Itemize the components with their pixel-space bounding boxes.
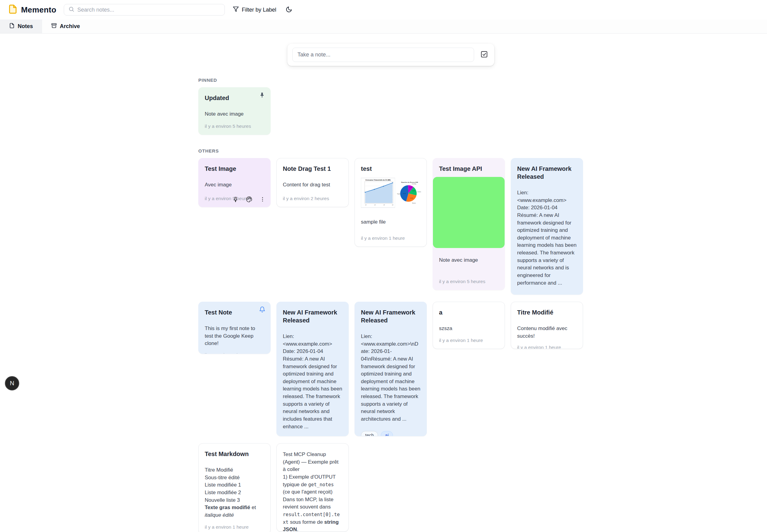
note-title: Test Image	[205, 165, 264, 173]
filter-label: Filter by Label	[242, 7, 276, 13]
note-image-green[interactable]	[433, 177, 505, 248]
note-card-titre-modifie[interactable]: Titre Modifié Contenu modifié avec succè…	[511, 302, 583, 349]
note-card-a[interactable]: a szsza il y a environ 1 heure	[433, 302, 505, 349]
x-tick: Q2	[374, 204, 376, 206]
archive-icon	[51, 23, 57, 30]
note-timestamp: il y a environ 5 heures	[205, 119, 264, 129]
note-timestamp: il y a environ 1 heure	[205, 519, 264, 530]
pin-icon[interactable]	[232, 196, 239, 203]
tab-notes-label: Notes	[18, 23, 33, 30]
note-card-new-ai-framework-3[interactable]: New AI Framework Released Lien: <www.exa…	[355, 302, 427, 436]
dev-overlay-button[interactable]: N	[5, 376, 19, 390]
search-icon	[68, 6, 74, 13]
section-label-others: OTHERS	[198, 148, 583, 153]
document-logo-icon	[8, 4, 18, 15]
note-timestamp: il y a environ 5 heures	[433, 279, 505, 290]
note-composer	[287, 44, 494, 66]
app-logo: Memento	[8, 4, 56, 15]
line-chart-title: Croissance Trimestrielle du CA (M€)	[365, 179, 391, 181]
x-tick: Q1	[365, 204, 367, 206]
note-title: New AI Framework Released	[517, 165, 577, 181]
search-box[interactable]	[64, 4, 225, 16]
note-body: Contenu modifié avec succès!	[517, 325, 577, 340]
note-card-new-ai-framework-1[interactable]: New AI Framework Released Lien: <www.exa…	[511, 158, 583, 295]
note-card-new-ai-framework-2[interactable]: New AI Framework Released Lien: <www.exa…	[276, 302, 349, 436]
x-tick: Q3	[383, 204, 385, 206]
note-body: Note avec image	[439, 257, 499, 264]
note-timestamp: il y a environ 6 heures	[205, 347, 264, 354]
tab-notes[interactable]: Notes	[0, 20, 42, 33]
note-body: Note avec image	[205, 110, 264, 118]
note-body: Test MCP Cleanup (Agent) — Exemple prêt …	[283, 451, 342, 532]
note-timestamp: il y a environ 1 heure	[517, 340, 577, 349]
note-title: a	[439, 308, 499, 316]
note-title: Note Drag Test 1	[283, 165, 342, 173]
note-hover-actions	[232, 196, 265, 203]
note-body: Titre Modifié Sous-titre édité Liste mod…	[205, 466, 264, 519]
tab-archive[interactable]: Archive	[42, 20, 89, 33]
note-image-attachments: Croissance Trimestrielle du CA (M€) Q1	[361, 177, 420, 210]
others-grid: Test Image Avec image il y a environ 5 h…	[198, 158, 583, 532]
fab-label: N	[10, 380, 14, 387]
take-a-note-input[interactable]	[292, 48, 474, 62]
note-title: Test Markdown	[205, 450, 264, 458]
pie-label: Services	[412, 203, 416, 204]
palette-icon[interactable]	[246, 196, 252, 203]
notes-board: PINNED Updated Note avec image il y a en…	[198, 44, 583, 532]
pie-pct: 18.0%	[412, 190, 415, 192]
pie-label: Consulting	[412, 183, 416, 185]
tag-ai[interactable]: ai	[381, 431, 393, 436]
note-title: test	[361, 165, 420, 173]
app-header: Memento Filter by Label	[0, 0, 767, 20]
note-tags: tech ai framework mlops gpu	[361, 431, 420, 436]
tab-archive-label: Archive	[60, 23, 80, 30]
pie-label: Licences	[417, 191, 421, 192]
more-menu-icon[interactable]	[260, 196, 265, 202]
note-body: sample file	[361, 218, 420, 226]
tag-tech[interactable]: tech	[361, 431, 378, 436]
x-tick: Q4	[392, 204, 394, 206]
view-tabs: Notes Archive	[0, 20, 767, 34]
file-icon	[9, 23, 15, 30]
note-card-note-drag-test[interactable]: Note Drag Test 1 Content for drag test i…	[276, 158, 349, 207]
funnel-icon	[233, 6, 239, 14]
new-checklist-button[interactable]	[480, 50, 488, 59]
note-card-test-mcp-cleanup[interactable]: Test MCP Cleanup (Agent) — Exemple prêt …	[276, 443, 349, 532]
pie-chart-thumbnail[interactable]: Répartition des Revenus 2024 Consulting …	[397, 177, 423, 210]
pinned-grid: Updated Note avec image il y a environ 5…	[198, 87, 583, 135]
note-card-test[interactable]: test Croissance Trimestrielle du CA (M€)	[355, 158, 427, 247]
note-card-test-markdown[interactable]: Test Markdown Titre Modifié Sous-titre é…	[198, 443, 271, 532]
note-body: This is my first note to test the Google…	[205, 325, 264, 347]
note-body: Lien: <www.example.com> Date: 2026-01-04…	[517, 189, 577, 287]
note-body: Lien: <www.example.com>\nDate: 2026-01-0…	[361, 333, 420, 423]
moon-icon	[286, 6, 292, 14]
note-card-test-image-api[interactable]: Test Image API Note avec image il y a en…	[433, 158, 505, 290]
note-body: szsza	[439, 325, 499, 333]
line-chart-thumbnail[interactable]: Croissance Trimestrielle du CA (M€) Q1	[361, 177, 395, 210]
note-body: Avec image	[205, 181, 264, 189]
pie-pct: 25.9%	[410, 198, 413, 199]
note-title: New AI Framework Released	[361, 308, 420, 324]
note-title: Test Note	[205, 308, 264, 316]
search-input[interactable]	[77, 7, 220, 13]
pie-label: Produits	[397, 193, 401, 195]
note-title: Updated	[205, 94, 264, 102]
app-title: Memento	[21, 5, 56, 15]
note-card-updated[interactable]: Updated Note avec image il y a environ 5…	[198, 87, 271, 135]
theme-toggle-button[interactable]	[286, 6, 292, 14]
note-timestamp: il y a environ 1 heure	[361, 231, 420, 241]
note-body: Lien: <www.example.com> Date: 2026-01-04…	[283, 333, 342, 430]
reminder-bell-icon[interactable]	[259, 306, 265, 314]
filter-by-label-button[interactable]: Filter by Label	[233, 6, 276, 14]
section-label-pinned: PINNED	[198, 77, 583, 83]
note-timestamp: il y a environ 2 heures	[283, 191, 342, 201]
note-card-test-note[interactable]: Test Note This is my first note to test …	[198, 302, 271, 354]
pin-filled-icon[interactable]	[259, 92, 265, 100]
note-timestamp: il y a environ 1 heure	[439, 333, 499, 343]
pie-chart-title: Répartition des Revenus 2024	[401, 182, 418, 183]
pie-pct: 10.5%	[409, 187, 412, 188]
note-title: Titre Modifié	[517, 308, 577, 316]
note-title: New AI Framework Released	[283, 308, 342, 324]
note-title: Test Image API	[439, 159, 499, 173]
note-card-test-image[interactable]: Test Image Avec image il y a environ 5 h…	[198, 158, 271, 207]
